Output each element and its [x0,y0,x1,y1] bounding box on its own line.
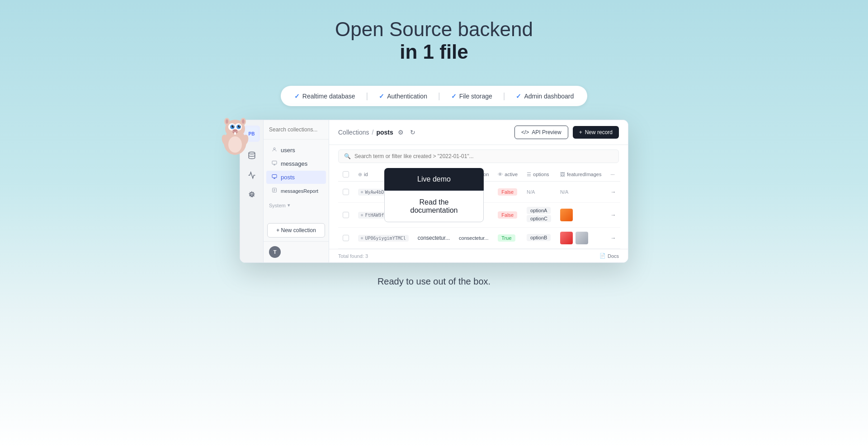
main-header: Collections / posts ⚙ ↻ </> API Preview [329,120,628,145]
td-options-3: optionB [522,228,556,249]
sidebar-footer: T [264,241,329,262]
sidebar-item-messages-label: messages [281,160,307,167]
divider-2: | [438,91,440,101]
new-record-plus-icon: + [579,129,582,135]
feature-label-admin: Admin dashboard [524,93,574,100]
svg-point-9 [239,126,240,126]
system-label: System [269,203,286,208]
id-icon-1: ⊕ [361,190,363,194]
td-active-2: False [493,203,522,228]
th-featured-images: 🖼featuredImages [556,168,606,182]
avatar-letter: T [274,249,277,255]
api-preview-icon: </> [521,129,529,135]
demo-wrapper: PB [231,120,637,263]
td-active-3: True [493,228,522,249]
settings-icon[interactable]: ⚙ [396,127,406,138]
th-checkbox [338,168,354,182]
collections-list: users messages [264,140,329,219]
option-badge-b: optionB [527,234,551,241]
svg-point-15 [226,119,228,124]
row-1-active-badge: False [498,188,517,196]
row-2-options: optionA optionC [527,207,551,223]
feature-label-realtime: Realtime database [302,93,355,100]
td-checkbox-3 [338,228,354,249]
live-demo-button[interactable]: Live demo [384,168,484,191]
sidebar-icon-analytics[interactable] [244,167,260,183]
thumb-orange [560,209,573,221]
collections-search-input[interactable] [269,126,323,133]
sidebar-item-messages-report[interactable]: messagesReport [266,184,326,197]
feature-realtime-database: ✓ Realtime database [294,93,355,100]
messages-report-icon [272,187,277,194]
row-2-checkbox[interactable] [343,212,349,218]
feature-label-auth: Authentication [387,93,427,100]
search-bar: 🔍 [338,149,619,163]
svg-rect-25 [272,175,277,178]
svg-point-6 [232,126,234,128]
sidebar-search-area [264,120,329,140]
breadcrumb-parent: Collections [338,129,369,136]
svg-rect-24 [272,161,277,164]
svg-point-23 [274,148,275,149]
td-options-1: N/A [522,182,556,203]
sidebar-item-posts[interactable]: posts [266,171,326,184]
svg-point-8 [233,126,234,126]
id-icon-3: ⊕ [361,236,363,240]
sidebar-item-messages[interactable]: messages [266,157,326,170]
td-featured-images-2 [556,203,606,228]
refresh-icon[interactable]: ↻ [408,127,417,138]
docs-link[interactable]: 📄 Docs [599,253,619,259]
ready-label: Ready to use out of the box. [377,276,491,286]
docs-label: Docs [608,253,619,259]
row-3-desc: consectetur... [459,235,488,241]
row-2-arrow[interactable]: → [610,212,616,218]
system-section-label: System ▾ [264,198,329,210]
td-actions-3: → [606,228,620,249]
option-badge-c: optionC [527,215,551,222]
select-all-checkbox[interactable] [343,171,349,177]
table-row: ⊕ UP06yiygimYTMCl consectetur... consect… [338,228,620,249]
search-magnifier-icon: 🔍 [344,153,351,159]
svg-point-12 [235,130,237,131]
row-1-featured: N/A [560,189,568,195]
feature-authentication: ✓ Authentication [379,93,427,100]
users-icon [272,147,277,154]
breadcrumb-separator: / [372,129,373,136]
td-active-1: False [493,182,522,203]
id-icon-2: ⊕ [361,213,363,217]
new-record-button[interactable]: + New record [573,126,619,139]
records-search-input[interactable] [354,153,613,159]
features-bar: ✓ Realtime database | ✓ Authentication |… [281,86,587,106]
read-documentation-button[interactable]: Read the documentation [384,191,484,222]
td-actions-2: → [606,203,620,228]
row-3-arrow[interactable]: → [610,235,616,241]
check-icon-auth: ✓ [379,93,384,100]
sidebar-icon-settings[interactable] [244,187,260,203]
td-actions-1: → [606,182,620,203]
divider-3: | [503,91,505,101]
td-options-2: optionA optionC [522,203,556,228]
row-1-options: N/A [527,189,535,195]
gopher-mascot [217,115,253,156]
hero-section: Open Source backend in 1 file [0,0,868,77]
th-active: 👁active [493,168,522,182]
hero-title-light: Open Source backend [0,18,868,41]
avatar[interactable]: T [269,246,281,258]
row-3-active-badge: True [498,234,515,242]
td-title-3: consectetur... [413,228,454,249]
row-3-checkbox[interactable] [343,235,349,241]
sidebar-item-users[interactable]: users [266,144,326,157]
row-1-checkbox[interactable] [343,189,349,195]
breadcrumb: Collections / posts ⚙ ↻ [338,127,417,138]
new-collection-button[interactable]: + New collection [267,223,325,238]
row-3-id-value: UP06yiygimYTMCl [365,236,406,241]
svg-point-22 [250,194,253,196]
header-actions: </> API Preview + New record [514,126,619,139]
sidebar-item-messages-report-label: messagesReport [281,188,318,194]
collections-sidebar: users messages [264,120,329,262]
posts-icon [272,174,277,181]
row-1-arrow[interactable]: → [610,189,616,195]
td-checkbox-2 [338,203,354,228]
sidebar-item-posts-label: posts [281,174,295,181]
api-preview-button[interactable]: </> API Preview [514,126,568,139]
